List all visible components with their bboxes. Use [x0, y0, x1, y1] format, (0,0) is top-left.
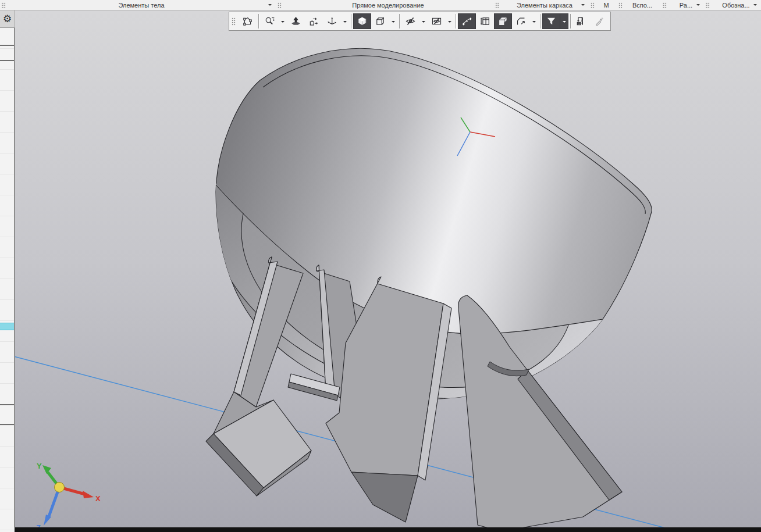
- toolbar-separator: [456, 14, 456, 28]
- move-component-icon: [309, 16, 319, 26]
- shaded-view-icon: [357, 16, 367, 26]
- move-face-button[interactable]: [512, 13, 530, 29]
- ribbon-grip[interactable]: [1, 2, 6, 8]
- ribbon: Элементы телаПрямое моделированиеЭлемент…: [0, 0, 761, 10]
- pick-properties-button[interactable]: [591, 13, 609, 29]
- viewport-canvas[interactable]: Y X Z: [0, 0, 761, 532]
- main-toolbar: [229, 12, 611, 31]
- crane-icon: [577, 16, 586, 26]
- move-face-icon: [516, 16, 526, 26]
- eyedropper-icon: [595, 16, 604, 26]
- settings-button[interactable]: ⚙: [0, 10, 15, 28]
- move-component-button[interactable]: [305, 13, 323, 29]
- dimensions-panel-icon: [480, 16, 490, 26]
- hide-in-window-button[interactable]: [428, 13, 446, 29]
- chevron-down-icon: [422, 21, 425, 24]
- ribbon-section-2[interactable]: Прямое моделирование: [283, 0, 493, 10]
- viewport-bottom-border: [15, 527, 761, 532]
- ribbon-section-label: Ра...: [680, 2, 692, 9]
- chevron-down-icon: [532, 21, 536, 24]
- toolbar-grip[interactable]: [232, 17, 236, 26]
- triad-label-y: Y: [37, 462, 42, 470]
- dimensions-button[interactable]: [476, 13, 494, 29]
- filters-options-caret[interactable]: [560, 13, 568, 29]
- left-panel-separator: [0, 45, 14, 46]
- build-mode-button[interactable]: [572, 13, 591, 29]
- ribbon-section-6[interactable]: Ра...: [668, 0, 704, 10]
- sketch-icon: [243, 16, 253, 26]
- toolbar-separator: [399, 14, 400, 28]
- section-view-button[interactable]: [494, 13, 512, 29]
- wireframe-view-icon: [375, 16, 385, 26]
- chevron-down-icon: [448, 21, 451, 24]
- extrude-button[interactable]: [287, 13, 305, 29]
- placement-options-caret[interactable]: [341, 13, 349, 29]
- chevron-down-icon: [281, 21, 285, 24]
- chevron-down-icon: [563, 21, 566, 24]
- ribbon-grip[interactable]: [277, 2, 282, 8]
- hide-objects-options-caret[interactable]: [419, 13, 428, 29]
- ribbon-grip[interactable]: [618, 2, 623, 8]
- ribbon-section-7[interactable]: Обозна...: [711, 0, 761, 10]
- filters-button[interactable]: [542, 13, 560, 29]
- left-panel-separator: [0, 60, 14, 61]
- display-options-caret[interactable]: [389, 13, 397, 29]
- hide-in-window-options-caret[interactable]: [446, 13, 454, 29]
- triad-label-x: X: [95, 494, 101, 503]
- left-panel-strip[interactable]: [0, 28, 15, 532]
- zoom-area-icon: [265, 16, 275, 26]
- left-panel-selected-row[interactable]: [0, 323, 14, 330]
- chevron-down-icon[interactable]: [753, 4, 757, 8]
- hide-objects-button[interactable]: [401, 13, 419, 29]
- left-panel-separator: [0, 424, 14, 425]
- gear-icon: ⚙: [3, 13, 12, 24]
- toolbar-separator: [258, 14, 259, 28]
- orientation-triad[interactable]: Y X Z: [36, 462, 101, 532]
- ribbon-section-label: Прямое моделирование: [352, 2, 424, 9]
- extrude-icon: [291, 16, 301, 26]
- wireframe-display-button[interactable]: [371, 13, 389, 29]
- zoom-area-button[interactable]: [261, 13, 279, 29]
- filter-icon: [546, 16, 556, 26]
- toolbar-separator: [351, 14, 351, 28]
- chevron-down-icon: [343, 21, 347, 24]
- control-points-button[interactable]: [458, 13, 476, 29]
- chevron-down-icon: [392, 21, 395, 24]
- zoom-area-options-caret[interactable]: [279, 13, 287, 29]
- ribbon-section-5[interactable]: Вспо...: [624, 0, 661, 10]
- model-clip-right-middle-endface: [351, 472, 418, 522]
- create-sketch-button[interactable]: [239, 13, 257, 29]
- ribbon-grip[interactable]: [662, 2, 667, 8]
- model-3d[interactable]: [165, 47, 652, 531]
- triad-origin-ball: [55, 483, 65, 492]
- chevron-down-icon[interactable]: [581, 4, 585, 8]
- left-panel-separator: [0, 404, 14, 405]
- ribbon-section-label: Обозна...: [722, 2, 749, 9]
- ribbon-section-label: Элементы тела: [118, 2, 164, 9]
- placement-button[interactable]: [323, 13, 341, 29]
- toolbar-separator: [570, 14, 571, 28]
- move-face-options-caret[interactable]: [530, 13, 538, 29]
- coordinate-triad-icon: [327, 16, 337, 26]
- toolbar-separator: [540, 14, 540, 28]
- ribbon-grip[interactable]: [705, 2, 710, 8]
- ribbon-section-3[interactable]: Элементы каркаса: [500, 0, 589, 10]
- ribbon-section-label: Элементы каркаса: [517, 2, 572, 9]
- section-view-icon: [498, 16, 508, 26]
- ribbon-section-label: Вспо...: [632, 2, 652, 9]
- hide-objects-icon: [406, 16, 415, 26]
- ribbon-section-1[interactable]: Элементы тела: [7, 0, 276, 10]
- hide-scene-icon: [432, 16, 442, 26]
- ribbon-section-4[interactable]: М: [596, 0, 617, 10]
- ribbon-grip[interactable]: [590, 2, 595, 8]
- ribbon-grip[interactable]: [495, 2, 499, 8]
- shaded-display-button[interactable]: [353, 13, 371, 29]
- ribbon-section-label: М: [603, 2, 609, 9]
- app-window: Y X Z Элементы телаПрямое моделированиеЭ…: [0, 0, 761, 532]
- chevron-down-icon[interactable]: [696, 4, 700, 8]
- control-points-icon: [462, 16, 472, 26]
- chevron-down-icon[interactable]: [268, 4, 272, 8]
